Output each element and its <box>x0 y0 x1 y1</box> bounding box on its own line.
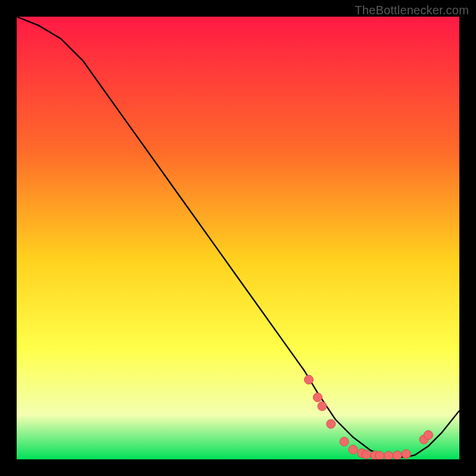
highlight-marker <box>318 402 327 411</box>
highlight-marker <box>305 375 314 384</box>
highlight-marker <box>340 437 349 446</box>
highlight-marker <box>349 445 358 454</box>
highlight-marker <box>402 450 411 459</box>
highlight-marker <box>375 452 384 460</box>
highlight-marker <box>313 393 322 402</box>
watermark-text: TheBottlenecker.com <box>355 4 469 17</box>
highlight-marker <box>362 450 371 459</box>
gradient-background <box>17 17 459 459</box>
bottleneck-chart <box>17 17 459 459</box>
highlight-marker <box>424 431 433 440</box>
highlight-marker <box>393 451 402 459</box>
highlight-marker <box>327 419 336 428</box>
chart-frame <box>17 17 459 459</box>
highlight-marker <box>384 452 393 460</box>
